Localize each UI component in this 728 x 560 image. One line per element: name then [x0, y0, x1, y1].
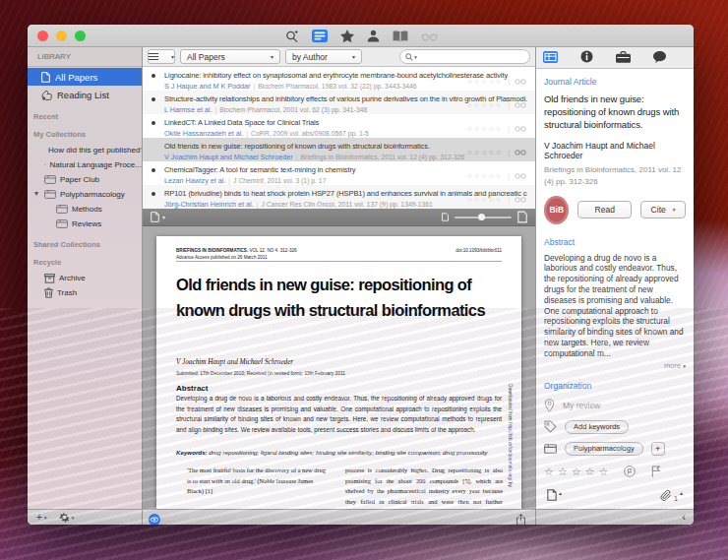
collapse-panel-chevron[interactable]: ‹	[682, 511, 686, 523]
tab-supplements[interactable]	[616, 49, 631, 67]
rating-stars[interactable]: ☆☆☆☆☆	[467, 149, 504, 156]
paper-row[interactable]: LinkedCT: A Linked Data Space for Clinic…	[143, 114, 535, 138]
my-review-field[interactable]: My review	[544, 399, 686, 412]
tab-discussion[interactable]	[653, 49, 666, 67]
rating-stars[interactable]: ☆☆☆☆☆	[467, 196, 504, 204]
rating-star[interactable]: ☆	[558, 466, 568, 478]
read-button[interactable]: Read	[577, 201, 632, 218]
settings-gear-button[interactable]: ▾	[59, 512, 75, 523]
pdf-doi: doi:10.1093/bib/bbr011	[455, 248, 502, 253]
list-view-menu-button[interactable]: ▾	[148, 49, 175, 64]
folder-icon	[56, 205, 68, 214]
sidebar-item-reading-list[interactable]: Reading List	[28, 86, 142, 103]
rating-star[interactable]: ☆	[544, 466, 554, 478]
paper-row[interactable]: Lignocaine: inhibitory effect on synapto…	[143, 67, 535, 91]
paper-authors-link[interactable]: Jörg-Christian Heinrich et al.	[164, 200, 254, 209]
pdf-preview-area[interactable]: BRIEFINGS IN BIOINFORMATICS. VOL 12. NO …	[143, 226, 535, 509]
traffic-lights	[37, 31, 86, 41]
more-button[interactable]: more ▾	[544, 361, 686, 370]
publication-type-link[interactable]: Journal Article	[544, 77, 686, 87]
read-glasses-icon[interactable]	[515, 125, 526, 132]
pdf-toolbar: ▾	[143, 209, 535, 226]
rating-stars[interactable]: ☆☆☆☆☆	[467, 101, 504, 109]
hamburger-icon	[149, 52, 158, 62]
tab-overview[interactable]	[543, 49, 558, 67]
sidebar-item-all-papers[interactable]: All Papers	[28, 68, 142, 86]
tab-info[interactable]	[580, 49, 593, 67]
author-person-icon[interactable]	[367, 30, 380, 42]
paper-authors-link[interactable]: Lezan Hawizy et al.	[164, 176, 225, 185]
flag-icon[interactable]	[651, 466, 661, 477]
rating-stars[interactable]: ☆☆☆☆☆	[467, 172, 504, 180]
sidebar-item-archive[interactable]: Archive	[28, 271, 142, 285]
library-book-icon[interactable]	[393, 31, 408, 42]
paper-authors-link[interactable]: V Joachim Haupt and Michael Schroeder	[164, 153, 293, 161]
minimize-button[interactable]	[56, 31, 67, 41]
read-glasses-icon[interactable]	[515, 196, 526, 203]
read-glasses-icon[interactable]	[515, 149, 526, 156]
sort-dropdown[interactable]: by Author ▾	[285, 49, 362, 64]
view-eye-button[interactable]	[149, 512, 160, 525]
pdf-left-column: 'The most fruitful basis for the discove…	[176, 466, 334, 509]
sidebar-collection-how-did-this-get-published[interactable]: How did this get published?	[28, 143, 142, 157]
paper-row[interactable]: Structure-activity relationships and inh…	[143, 91, 535, 114]
paper-authors-link[interactable]: S J Haque and M K Poddar	[164, 82, 251, 91]
details-footer-bar: ‹	[536, 509, 694, 525]
close-button[interactable]	[37, 31, 48, 41]
collection-dropdown[interactable]: All Papers ▾	[180, 49, 280, 64]
paper-row-selected[interactable]: Old friends in new guise: repositioning …	[143, 138, 535, 161]
disclosure-triangle-icon[interactable]: ▾	[34, 189, 38, 198]
sidebar-collection-natural-language[interactable]: Natural Language Proce...	[28, 157, 142, 172]
organization-section-link[interactable]: Organization	[544, 381, 686, 391]
sidebar-collection-polypharmacology[interactable]: ▾ Polypharmacology	[28, 187, 142, 202]
pin-icon	[544, 399, 555, 412]
read-glasses-icon[interactable]	[515, 172, 526, 179]
sidebar-item-label: Reviews	[72, 219, 101, 228]
add-collection-tag-button[interactable]: +	[651, 442, 665, 456]
details-actions: BiB Read Cite ▾	[544, 196, 686, 224]
pdf-keywords: Keywords: drug repositioning; ligand bin…	[176, 449, 502, 456]
collection-tag[interactable]: Polypharmacology	[565, 442, 643, 456]
add-keywords-button[interactable]: Add keywords	[565, 420, 629, 434]
table-icon	[543, 51, 558, 63]
rating-star[interactable]: ☆	[585, 466, 595, 478]
document-attachment-button[interactable]: ▴	[547, 489, 562, 502]
zoom-slider-thumb[interactable]	[478, 214, 485, 220]
rating-stars[interactable]: ☆☆☆☆☆	[467, 125, 504, 133]
sidebar-collection-reviews[interactable]: Reviews	[28, 217, 142, 231]
view-switcher-icon[interactable]	[312, 30, 328, 42]
add-collection-button[interactable]: +▾	[36, 512, 47, 523]
zoom-out-page-icon[interactable]	[442, 213, 449, 221]
favorites-star-icon[interactable]	[340, 30, 354, 42]
paper-authors-link[interactable]: L Harmse et al.	[164, 105, 212, 114]
paper-row[interactable]: ChemicalTagger: A tool for semantic text…	[143, 161, 535, 185]
search-icon[interactable]	[285, 30, 299, 43]
sidebar-collection-paper-club[interactable]: Paper Club	[28, 172, 142, 187]
share-button[interactable]	[516, 512, 526, 525]
zoom-in-page-icon[interactable]	[517, 211, 527, 223]
zoom-slider[interactable]	[455, 217, 512, 218]
collections-row: Polypharmacology +	[544, 442, 686, 456]
search-input[interactable]: ▾	[399, 49, 530, 64]
rating-star[interactable]: ☆	[572, 466, 581, 478]
reading-glasses-icon[interactable]	[421, 31, 438, 41]
paper-row[interactable]: RP101 (brivudine) binds to heat shock pr…	[143, 185, 535, 209]
sidebar-collection-methods[interactable]: Methods	[28, 202, 142, 217]
rating-star[interactable]: ☆	[599, 466, 609, 478]
sidebar-section-recent: Recent	[28, 112, 142, 121]
paper-authors-link[interactable]: Oktie Hassanzadeh et al.	[164, 129, 243, 138]
read-glasses-icon[interactable]	[515, 78, 526, 85]
rating-stars[interactable]: ☆☆☆☆☆	[467, 78, 504, 86]
sidebar-library-header: LIBRARY	[28, 47, 142, 67]
zoom-button[interactable]	[75, 31, 86, 41]
flag-circle-icon[interactable]	[624, 466, 636, 477]
paper-journal-meta: J Cheminf, 2011 vol. 3 (1) p. 17	[233, 177, 326, 184]
titlebar[interactable]	[28, 25, 694, 47]
pdf-page-menu-button[interactable]: ▾	[151, 212, 165, 222]
sidebar-item-trash[interactable]: Trash	[28, 285, 142, 300]
attachment-paperclip-button[interactable]: 1 ▴	[660, 489, 683, 502]
abstract-section-link[interactable]: Abstract	[544, 237, 686, 247]
details-tabbar	[536, 47, 694, 69]
read-glasses-icon[interactable]	[515, 101, 526, 108]
cite-button[interactable]: Cite ▾	[640, 201, 686, 218]
